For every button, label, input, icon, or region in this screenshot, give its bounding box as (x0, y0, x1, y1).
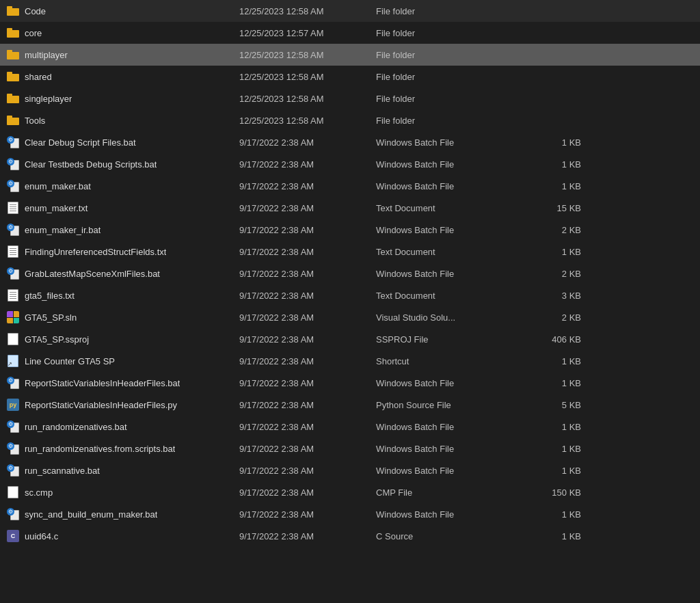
file-size: 1 KB (526, 378, 581, 388)
file-size: 1 KB (526, 137, 581, 148)
list-item[interactable]: GTA5_SP.sln9/17/2022 2:38 AMVisual Studi… (0, 306, 700, 328)
file-name: Clear Debug Script Files.bat (25, 137, 136, 148)
list-item[interactable]: GTA5_SP.ssproj9/17/2022 2:38 AMSSPROJ Fi… (0, 328, 700, 350)
list-item[interactable]: shared12/25/2023 12:58 AMFile folder (0, 66, 700, 88)
file-type: SSPROJ File (376, 334, 526, 345)
list-item[interactable]: FindingUnreferencedStructFields.txt9/17/… (0, 241, 700, 263)
file-date: 12/25/2023 12:58 AM (239, 116, 376, 126)
bat-file-icon (7, 377, 19, 389)
file-name: ReportStaticVariablesInHeaderFiles.py (25, 400, 177, 410)
file-size: 15 KB (526, 203, 581, 213)
folder-icon (7, 70, 19, 83)
list-item[interactable]: sync_and_build_enum_maker.bat9/17/2022 2… (0, 503, 700, 525)
file-size: 1 KB (526, 509, 581, 520)
file-size: 1 KB (526, 422, 581, 432)
file-date: 9/17/2022 2:38 AM (239, 509, 376, 520)
file-size: 3 KB (526, 291, 581, 301)
list-item[interactable]: pyReportStaticVariablesInHeaderFiles.py9… (0, 394, 700, 416)
list-item[interactable]: run_scannative.bat9/17/2022 2:38 AMWindo… (0, 459, 700, 481)
list-item[interactable]: Line Counter GTA5 SP9/17/2022 2:38 AMSho… (0, 350, 700, 372)
list-item[interactable]: core12/25/2023 12:57 AMFile folder (0, 22, 700, 44)
folder-icon (7, 49, 19, 61)
file-name: core (25, 28, 42, 38)
file-type: Text Document (376, 203, 526, 213)
file-date: 9/17/2022 2:38 AM (239, 531, 376, 541)
list-item[interactable]: enum_maker.bat9/17/2022 2:38 AMWindows B… (0, 175, 700, 197)
file-name: GTA5_SP.sln (25, 312, 77, 323)
file-date: 9/17/2022 2:38 AM (239, 181, 376, 191)
file-type: Windows Batch File (376, 269, 526, 279)
folder-icon (7, 27, 19, 39)
bat-file-icon (7, 420, 19, 433)
file-date: 12/25/2023 12:58 AM (239, 6, 376, 16)
bat-file-icon (7, 180, 19, 192)
list-item[interactable]: Clear Debug Script Files.bat9/17/2022 2:… (0, 131, 700, 153)
file-size: 2 KB (526, 269, 581, 279)
file-type: Windows Batch File (376, 181, 526, 191)
file-type: Windows Batch File (376, 137, 526, 148)
list-item[interactable]: singleplayer12/25/2023 12:58 AMFile fold… (0, 88, 700, 109)
file-type: File folder (376, 72, 526, 82)
file-type: Visual Studio Solu... (376, 312, 526, 323)
list-item[interactable]: run_randomizenatives.from.scripts.bat9/1… (0, 438, 700, 459)
file-date: 9/17/2022 2:38 AM (239, 444, 376, 454)
file-name: Tools (25, 116, 45, 126)
list-item[interactable]: ReportStaticVariablesInHeaderFiles.bat9/… (0, 372, 700, 394)
file-name: run_randomizenatives.bat (25, 422, 127, 432)
file-type: File folder (376, 6, 526, 16)
bat-file-icon (7, 224, 19, 236)
file-size: 1 KB (526, 181, 581, 191)
file-list: Code12/25/2023 12:58 AMFile foldercore12… (0, 0, 700, 547)
file-type: File folder (376, 94, 526, 104)
list-item[interactable]: Cuuid64.c9/17/2022 2:38 AMC Source1 KB (0, 525, 700, 547)
file-date: 9/17/2022 2:38 AM (239, 291, 376, 301)
file-name: run_randomizenatives.from.scripts.bat (25, 444, 175, 454)
text-file-icon (7, 289, 19, 302)
file-name: ReportStaticVariablesInHeaderFiles.bat (25, 378, 180, 388)
file-size: 1 KB (526, 466, 581, 476)
file-type: Windows Batch File (376, 444, 526, 454)
file-date: 9/17/2022 2:38 AM (239, 334, 376, 345)
file-date: 9/17/2022 2:38 AM (239, 378, 376, 388)
list-item[interactable]: gta5_files.txt9/17/2022 2:38 AMText Docu… (0, 284, 700, 306)
file-size: 5 KB (526, 400, 581, 410)
list-item[interactable]: GrabLatestMapSceneXmlFiles.bat9/17/2022 … (0, 263, 700, 284)
c-file-icon: C (7, 530, 19, 542)
shortcut-file-icon (7, 355, 19, 367)
file-date: 12/25/2023 12:58 AM (239, 94, 376, 104)
file-date: 9/17/2022 2:38 AM (239, 225, 376, 235)
file-date: 12/25/2023 12:58 AM (239, 50, 376, 60)
file-size: 1 KB (526, 247, 581, 257)
file-name: sync_and_build_enum_maker.bat (25, 509, 157, 520)
bat-file-icon (7, 267, 19, 280)
file-size: 150 KB (526, 487, 581, 498)
file-name: GTA5_SP.ssproj (25, 334, 89, 345)
file-type: Windows Batch File (376, 422, 526, 432)
file-size: 1 KB (526, 531, 581, 541)
file-name: uuid64.c (25, 531, 58, 541)
file-type: Text Document (376, 247, 526, 257)
bat-file-icon (7, 442, 19, 455)
file-name: run_scannative.bat (25, 466, 100, 476)
list-item[interactable]: Tools12/25/2023 12:58 AMFile folder (0, 109, 700, 131)
folder-icon (7, 114, 19, 126)
sln-file-icon (7, 311, 19, 323)
list-item[interactable]: Clear Testbeds Debug Scripts.bat9/17/202… (0, 153, 700, 175)
list-item[interactable]: multiplayer12/25/2023 12:58 AMFile folde… (0, 44, 700, 66)
cmp-file-icon (7, 486, 19, 498)
bat-file-icon (7, 464, 19, 477)
list-item[interactable]: run_randomizenatives.bat9/17/2022 2:38 A… (0, 416, 700, 438)
list-item[interactable]: sc.cmp9/17/2022 2:38 AMCMP File150 KB (0, 481, 700, 503)
list-item[interactable]: Code12/25/2023 12:58 AMFile folder (0, 0, 700, 22)
list-item[interactable]: enum_maker_ir.bat9/17/2022 2:38 AMWindow… (0, 219, 700, 241)
file-size: 406 KB (526, 334, 581, 345)
file-date: 9/17/2022 2:38 AM (239, 159, 376, 170)
ssproj-file-icon (7, 333, 19, 345)
file-date: 9/17/2022 2:38 AM (239, 137, 376, 148)
bat-file-icon (7, 158, 19, 170)
file-name: FindingUnreferencedStructFields.txt (25, 247, 166, 257)
file-type: CMP File (376, 487, 526, 498)
file-date: 9/17/2022 2:38 AM (239, 312, 376, 323)
list-item[interactable]: enum_maker.txt9/17/2022 2:38 AMText Docu… (0, 197, 700, 219)
file-type: File folder (376, 28, 526, 38)
